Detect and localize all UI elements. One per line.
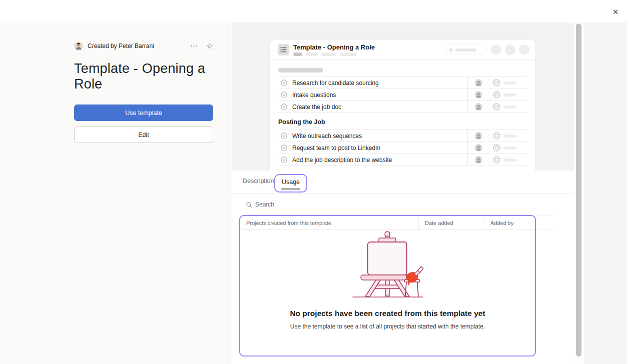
preview-card-header: Template - Opening a Role	[270, 40, 535, 60]
search-placeholder: Search	[255, 201, 274, 208]
creator-row: Created by Peter Barrani ⋯ ☆	[74, 42, 213, 50]
empty-state-heading: No projects have been created from this …	[290, 309, 485, 318]
due-date-cell	[489, 154, 527, 166]
scrollbar-thumb[interactable]	[576, 24, 581, 356]
task-name: Write outreach sequences	[292, 132, 467, 140]
easel-illustration	[350, 229, 425, 300]
table-extension-line	[536, 230, 556, 230]
column-header-added-by: Added by	[484, 216, 535, 230]
edit-button[interactable]: Edit	[74, 126, 213, 143]
task-list: Research for candidate sourcing Intake q…	[278, 76, 527, 113]
more-options-icon[interactable]: ⋯	[190, 42, 198, 50]
check-circle-icon	[281, 104, 287, 110]
template-info-panel: Created by Peter Barrani ⋯ ☆ Template - …	[0, 22, 231, 364]
preview-tab-placeholders	[293, 52, 357, 56]
task-row: Add the job description to the website	[278, 154, 527, 166]
usage-table-header: Projects created from this template Date…	[240, 216, 535, 230]
task-name: Request team to post to LinkedIn	[292, 144, 467, 152]
scrollbar-track[interactable]	[574, 22, 584, 364]
assignee-avatar-icon	[468, 130, 489, 142]
preview-card-title: Template - Opening a Role	[293, 44, 375, 51]
check-circle-icon	[281, 156, 287, 163]
task-list: Write outreach sequences Request team to…	[278, 130, 527, 166]
created-by-label: Created by Peter Barrani	[88, 42, 154, 50]
active-tab-underline	[281, 188, 300, 190]
task-name: Research for candidate sourcing	[292, 80, 467, 86]
task-row: Research for candidate sourcing	[278, 77, 527, 89]
task-row: Intake questions	[278, 89, 527, 101]
template-details-panel: Description Usage Search Projects create…	[231, 170, 574, 364]
check-circle-icon	[281, 92, 287, 98]
tab-usage[interactable]: Usage	[274, 174, 307, 192]
assignee-avatar-icon	[468, 101, 489, 112]
close-icon[interactable]: ✕	[610, 6, 621, 18]
check-circle-icon	[281, 80, 287, 86]
column-header-projects: Projects created from this template	[240, 220, 418, 226]
search-icon	[246, 202, 252, 208]
due-date-cell	[489, 130, 527, 142]
list-view-icon	[278, 44, 289, 56]
preview-search-placeholder	[445, 44, 487, 55]
empty-state-subtext: Use the template to see a list of all pr…	[290, 323, 485, 330]
check-circle-icon	[281, 144, 287, 151]
check-circle-icon	[281, 132, 287, 139]
empty-state: No projects have been created from this …	[240, 229, 535, 330]
star-icon[interactable]: ☆	[206, 42, 213, 50]
use-template-button[interactable]: Use template	[74, 104, 213, 121]
due-date-cell	[489, 101, 527, 112]
section-title: Posting the Job	[278, 118, 527, 126]
assignee-avatar-icon	[468, 154, 489, 166]
task-name: Create the job doc	[292, 104, 467, 110]
due-date-cell	[489, 142, 527, 154]
creator-avatar	[74, 42, 83, 50]
task-row: Create the job doc	[278, 101, 527, 113]
assignee-avatar-icon	[468, 77, 489, 88]
column-header-date-added: Date added	[418, 216, 484, 230]
search-input[interactable]: Search	[246, 201, 274, 208]
template-preview-card: Template - Opening a Role Research for c…	[270, 40, 535, 171]
top-bar: ✕	[0, 0, 627, 22]
due-date-cell	[489, 89, 527, 100]
preview-avatar-placeholders	[491, 44, 529, 55]
page-title: Template - Opening a Role	[74, 61, 213, 92]
usage-table[interactable]: Projects created from this template Date…	[239, 215, 536, 356]
task-name: Intake questions	[292, 92, 467, 98]
task-name: Add the job description to the website	[292, 156, 467, 164]
assignee-avatar-icon	[468, 142, 489, 154]
due-date-cell	[489, 77, 527, 88]
tab-description[interactable]: Description	[243, 178, 274, 184]
tab-usage-label: Usage	[282, 178, 300, 186]
task-row: Request team to post to LinkedIn	[278, 142, 527, 154]
task-row: Write outreach sequences	[278, 130, 527, 142]
tab-bar: Description Usage	[231, 170, 574, 194]
right-gutter	[584, 22, 627, 364]
assignee-avatar-icon	[468, 89, 489, 100]
section-title-placeholder	[278, 68, 323, 72]
table-extension-line	[536, 216, 556, 216]
